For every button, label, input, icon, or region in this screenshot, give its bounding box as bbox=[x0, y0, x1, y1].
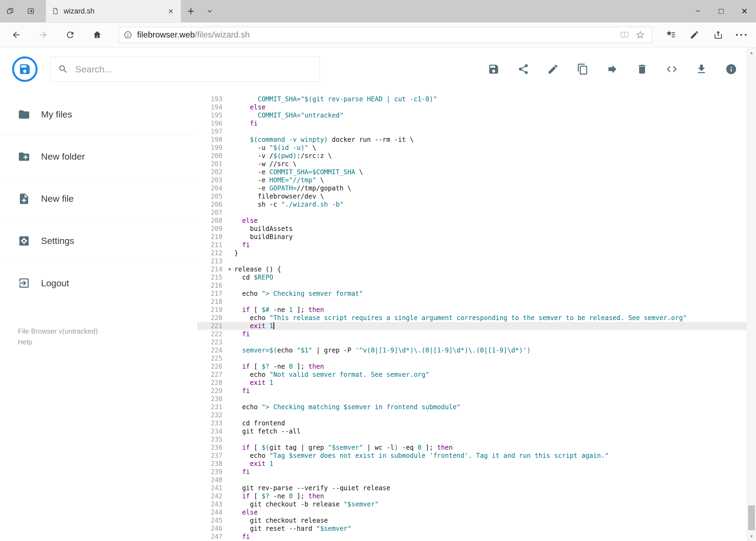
rename-icon[interactable] bbox=[547, 63, 559, 75]
tab-close-icon[interactable]: × bbox=[166, 6, 175, 16]
code-line[interactable]: 221 exit 1 bbox=[197, 322, 756, 330]
code-line[interactable]: 194 else bbox=[197, 103, 756, 111]
code-line[interactable]: 196 fi bbox=[197, 119, 756, 128]
code-line[interactable]: 212} bbox=[197, 249, 756, 257]
new-tab-button[interactable]: + bbox=[181, 0, 201, 22]
code-line[interactable]: 207 bbox=[197, 209, 756, 217]
code-line[interactable]: 238 exit 1 bbox=[197, 460, 756, 468]
code-line[interactable]: 228 exit 1 bbox=[197, 379, 756, 387]
fold-marker-icon[interactable]: ▾ bbox=[225, 265, 234, 273]
sidebar-item-my-files[interactable]: My files bbox=[0, 94, 197, 136]
code-line[interactable]: 234 git fetch --all bbox=[197, 427, 756, 435]
code-line[interactable]: 206 sh -c "./wizard.sh -b" bbox=[197, 201, 756, 209]
code-line[interactable]: 233 cd frontend bbox=[197, 419, 756, 427]
code-line[interactable]: 232 bbox=[197, 411, 756, 419]
code-line[interactable]: 231 echo "> Checking matching $semver in… bbox=[197, 403, 756, 411]
code-line[interactable]: 197 bbox=[197, 128, 756, 136]
scrollbar-thumb[interactable] bbox=[748, 505, 755, 530]
reading-view-icon[interactable] bbox=[616, 30, 633, 39]
search-input[interactable] bbox=[75, 64, 312, 75]
code-line[interactable]: 223 bbox=[197, 338, 756, 346]
back-button[interactable] bbox=[3, 22, 30, 47]
tabs-set-aside-icon[interactable] bbox=[0, 0, 21, 22]
info-icon[interactable] bbox=[725, 63, 737, 75]
home-button[interactable] bbox=[84, 22, 111, 47]
code-line[interactable]: 247 fi bbox=[197, 533, 756, 541]
code-line[interactable]: 193 COMMIT_SHA="$(git rev-parse HEAD | c… bbox=[197, 95, 756, 103]
code-line[interactable]: 245 git checkout release bbox=[197, 516, 756, 525]
code-line[interactable]: 239 fi bbox=[197, 468, 756, 476]
close-window-button[interactable]: × bbox=[733, 0, 756, 22]
code-line[interactable]: 208 else bbox=[197, 217, 756, 225]
code-line[interactable]: 246 git reset --hard "$semver" bbox=[197, 525, 756, 533]
code-line[interactable]: 241 git rev-parse --verify --quiet relea… bbox=[197, 484, 756, 492]
code-line[interactable]: 210 buildBinary bbox=[197, 233, 756, 241]
code-line[interactable]: 201 -w //src \ bbox=[197, 160, 756, 168]
code-line[interactable]: 237 echo "Tag $semver does not exist in … bbox=[197, 452, 756, 460]
maximize-button[interactable]: □ bbox=[710, 0, 733, 22]
code-line[interactable]: 198 $(command -v winpty) docker run --rm… bbox=[197, 136, 756, 144]
save-icon[interactable] bbox=[488, 63, 500, 75]
code-line[interactable]: 213 bbox=[197, 257, 756, 265]
code-line[interactable]: 218 bbox=[197, 297, 756, 306]
share-icon[interactable] bbox=[517, 63, 529, 75]
code-line[interactable]: 243 git checkout -b release "$semver" bbox=[197, 500, 756, 508]
code-line[interactable]: 204 -e GOPATH=//tmp/gopath \ bbox=[197, 184, 756, 192]
move-icon[interactable] bbox=[607, 63, 619, 75]
sidebar-item-new-file[interactable]: New file bbox=[0, 178, 197, 220]
code-line[interactable]: 195 COMMIT_SHA="untracked" bbox=[197, 111, 756, 119]
code-line[interactable]: 227 echo "Not valid semver format. See s… bbox=[197, 370, 756, 379]
hub-favorites-icon[interactable] bbox=[659, 30, 682, 40]
code-line[interactable]: 209 buildAssets bbox=[197, 225, 756, 233]
code-line[interactable]: 199 -u "$(id -u)" \ bbox=[197, 144, 756, 152]
web-note-pen-icon[interactable] bbox=[682, 30, 706, 40]
code-line[interactable]: 217 echo "> Checking semver format" bbox=[197, 289, 756, 297]
source-code-icon[interactable] bbox=[666, 63, 678, 75]
code-line[interactable]: 242 if [ $? -ne 0 ]; then bbox=[197, 492, 756, 500]
code-line[interactable]: 205 filebrowser/dev \ bbox=[197, 192, 756, 201]
code-line[interactable]: 222 fi bbox=[197, 330, 756, 338]
add-favorite-star-icon[interactable]: ☆ bbox=[633, 29, 647, 41]
share-page-icon[interactable] bbox=[706, 30, 730, 40]
code-line[interactable]: 215 cd $REPO bbox=[197, 273, 756, 281]
download-icon[interactable] bbox=[695, 63, 707, 75]
code-line[interactable]: 211 fi bbox=[197, 241, 756, 249]
tab-wizard-sh[interactable]: wizard.sh × bbox=[46, 0, 181, 22]
tab-preview-chevron-icon[interactable] bbox=[201, 0, 219, 22]
filebrowser-logo-icon[interactable] bbox=[12, 56, 38, 82]
page-scrollbar[interactable]: ▲ ▼ bbox=[747, 48, 756, 541]
code-line[interactable]: 214▾release () { bbox=[197, 265, 756, 273]
code-line[interactable]: 224 semver=$(echo "$1" | grep -P '^v(0|[… bbox=[197, 346, 756, 354]
code-line[interactable]: 244 else bbox=[197, 508, 756, 516]
code-line[interactable]: 229 fi bbox=[197, 387, 756, 395]
sidebar-item-settings[interactable]: Settings bbox=[0, 220, 197, 262]
refresh-button[interactable] bbox=[57, 22, 84, 47]
search-box[interactable] bbox=[50, 56, 320, 82]
code-line[interactable]: 240 bbox=[197, 476, 756, 484]
minimize-button[interactable]: − bbox=[686, 0, 710, 22]
scroll-down-arrow-icon[interactable]: ▼ bbox=[747, 531, 756, 541]
code-line[interactable]: 219 if [ $# -ne 1 ]; then bbox=[197, 306, 756, 314]
sidebar-item-logout[interactable]: Logout bbox=[0, 262, 197, 304]
code-editor[interactable]: 193 COMMIT_SHA="$(git rev-parse HEAD | c… bbox=[197, 91, 756, 541]
help-link[interactable]: Help bbox=[18, 336, 197, 347]
site-info-icon[interactable] bbox=[124, 31, 137, 39]
code-line[interactable]: 225 bbox=[197, 354, 756, 362]
code-line[interactable]: 235 bbox=[197, 435, 756, 443]
code-line[interactable]: 236 if [ $(git tag | grep "$semver" | wc… bbox=[197, 443, 756, 452]
delete-icon[interactable] bbox=[636, 63, 648, 75]
set-tabs-aside-icon[interactable] bbox=[21, 0, 41, 22]
code-line[interactable]: 230 bbox=[197, 395, 756, 403]
sidebar-item-new-folder[interactable]: New folder bbox=[0, 136, 197, 178]
more-options-icon[interactable]: ··· bbox=[730, 29, 754, 41]
scroll-up-arrow-icon[interactable]: ▲ bbox=[747, 48, 756, 57]
code-line[interactable]: 202 -e COMMIT_SHA=$COMMIT_SHA \ bbox=[197, 168, 756, 176]
code-line[interactable]: 226 if [ $? -ne 0 ]; then bbox=[197, 362, 756, 370]
copy-icon[interactable] bbox=[577, 63, 589, 75]
address-bar[interactable]: filebrowser.web/files/wizard.sh ☆ bbox=[119, 27, 652, 43]
code-line[interactable]: 200 -v /$(pwd):/src:z \ bbox=[197, 152, 756, 160]
code-line[interactable]: 220 echo "This release script requires a… bbox=[197, 314, 756, 322]
forward-button[interactable] bbox=[30, 22, 57, 47]
code-line[interactable]: 216 bbox=[197, 281, 756, 289]
code-line[interactable]: 203 -e HOME="//tmp" \ bbox=[197, 176, 756, 184]
